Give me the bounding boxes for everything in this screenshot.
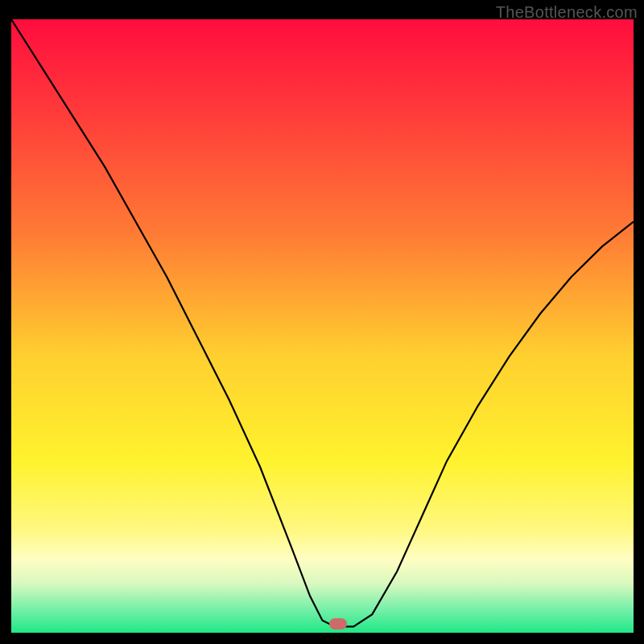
chart-svg [11,19,634,633]
chart-background [11,19,634,633]
watermark-text: TheBottleneck.com [496,3,638,22]
optimal-point-marker [329,618,347,630]
plot-area [11,19,634,633]
chart-frame: TheBottleneck.com [0,0,644,644]
